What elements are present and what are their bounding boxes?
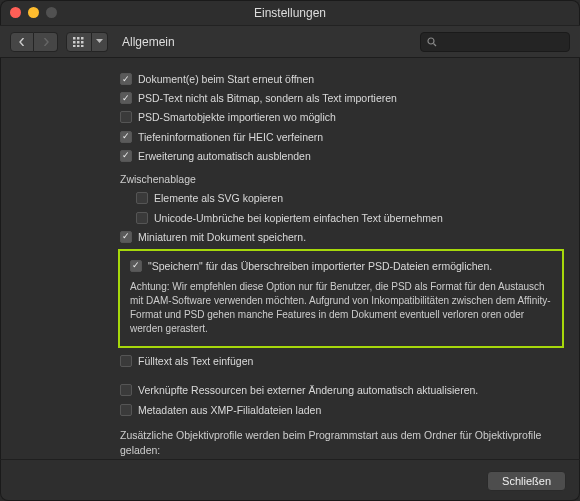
content-area: Dokument(e) beim Start erneut öffnen PSD… (0, 58, 580, 459)
titlebar: Einstellungen (0, 0, 580, 26)
label-reopen-docs: Dokument(e) beim Start erneut öffnen (138, 72, 314, 87)
search-icon (427, 37, 437, 47)
footer: Schließen (0, 459, 580, 501)
checkbox-heic[interactable] (120, 131, 132, 143)
checkbox-xmp-meta[interactable] (120, 404, 132, 416)
checkbox-psd-overwrite[interactable] (130, 260, 142, 272)
label-linked-auto: Verknüpfte Ressourcen bei externer Änder… (138, 383, 478, 398)
show-all-dropdown[interactable] (92, 32, 108, 52)
checkbox-reopen-docs[interactable] (120, 73, 132, 85)
preferences-window: Einstellungen Allgemein (0, 0, 580, 501)
checkbox-auto-hide-ext[interactable] (120, 150, 132, 162)
psd-overwrite-highlight: "Speichern" für das Überschreiben import… (118, 249, 564, 348)
svg-rect-2 (81, 37, 84, 40)
current-tab-label: Allgemein (122, 35, 175, 49)
grid-icon (73, 37, 85, 47)
toolbar: Allgemein (0, 26, 580, 58)
svg-rect-1 (77, 37, 80, 40)
chevron-left-icon (18, 38, 26, 46)
label-auto-hide-ext: Erweiterung automatisch ausblenden (138, 149, 311, 164)
label-svg-copy: Elemente als SVG kopieren (154, 191, 283, 206)
svg-line-10 (434, 43, 437, 46)
svg-rect-8 (81, 45, 84, 47)
label-fill-text: Fülltext als Text einfügen (138, 354, 253, 369)
forward-button (34, 32, 58, 52)
label-smart-objects: PSD-Smartobjekte importieren wo möglich (138, 110, 336, 125)
svg-rect-7 (77, 45, 80, 47)
svg-rect-3 (73, 41, 76, 44)
back-button[interactable] (10, 32, 34, 52)
checkbox-linked-auto[interactable] (120, 384, 132, 396)
search-input[interactable] (420, 32, 570, 52)
svg-point-9 (428, 38, 434, 44)
checkbox-smart-objects[interactable] (120, 111, 132, 123)
svg-rect-4 (77, 41, 80, 44)
label-thumbnails: Miniaturen mit Dokument speichern. (138, 230, 306, 245)
svg-rect-0 (73, 37, 76, 40)
label-xmp-meta: Metadaten aus XMP-Filialdateien laden (138, 403, 321, 418)
window-title: Einstellungen (0, 6, 580, 20)
label-heic: Tiefeninformationen für HEIC verfeinern (138, 130, 323, 145)
clipboard-heading: Zwischenablage (120, 172, 564, 187)
checkbox-svg-copy[interactable] (136, 192, 148, 204)
psd-overwrite-warning: Achtung: Wir empfehlen diese Option nur … (130, 280, 552, 336)
chevron-down-icon (96, 39, 103, 44)
show-all-button[interactable] (66, 32, 92, 52)
svg-rect-6 (73, 45, 76, 47)
checkbox-psd-text[interactable] (120, 92, 132, 104)
chevron-right-icon (42, 38, 50, 46)
checkbox-unicode-breaks[interactable] (136, 212, 148, 224)
svg-rect-5 (81, 41, 84, 44)
checkbox-fill-text[interactable] (120, 355, 132, 367)
checkbox-thumbnails[interactable] (120, 231, 132, 243)
label-psd-overwrite: "Speichern" für das Überschreiben import… (148, 259, 492, 274)
label-psd-text: PSD-Text nicht als Bitmap, sondern als T… (138, 91, 397, 106)
lens-profiles-info: Zusätzliche Objektivprofile werden beim … (120, 428, 564, 458)
close-button[interactable]: Schließen (487, 471, 566, 491)
label-unicode-breaks: Unicode-Umbrüche bei kopiertem einfachen… (154, 211, 443, 226)
